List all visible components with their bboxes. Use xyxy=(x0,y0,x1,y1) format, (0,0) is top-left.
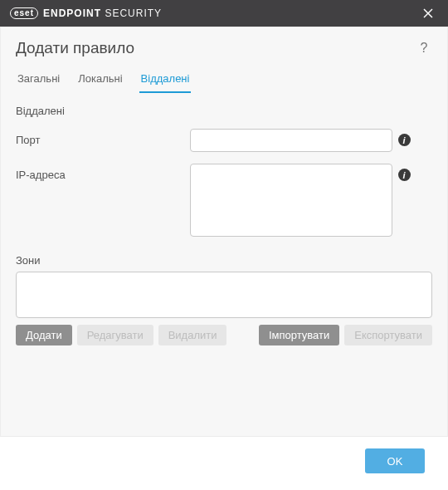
tab-bar: Загальні Локальні Віддалені xyxy=(1,62,447,93)
zones-button-row: Додати Редагувати Видалити Імпортувати Е… xyxy=(1,318,447,359)
port-input[interactable] xyxy=(190,129,392,152)
brand-logo: eset ENDPOINT SECURITY xyxy=(10,7,162,19)
info-icon[interactable]: i xyxy=(398,169,411,181)
close-icon[interactable] xyxy=(416,2,440,25)
brand-text-light: SECURITY xyxy=(105,7,162,19)
dialog-footer: OK xyxy=(0,437,448,490)
brand-mark: eset xyxy=(10,7,38,19)
section-heading: Віддалені xyxy=(16,105,432,117)
remote-section: Віддалені Порт i IP-адреса i xyxy=(1,93,447,254)
ip-input[interactable] xyxy=(190,164,392,237)
add-button[interactable]: Додати xyxy=(16,325,72,345)
page-title: Додати правило xyxy=(16,39,416,57)
delete-button: Видалити xyxy=(158,325,227,345)
tab-local[interactable]: Локальні xyxy=(76,69,124,93)
titlebar: eset ENDPOINT SECURITY xyxy=(0,0,448,27)
import-button[interactable]: Імпортувати xyxy=(259,325,339,345)
port-label: Порт xyxy=(16,129,190,146)
ok-button[interactable]: OK xyxy=(365,448,425,473)
zones-listbox[interactable] xyxy=(16,272,432,318)
zones-label: Зони xyxy=(1,254,447,272)
edit-button: Редагувати xyxy=(77,325,153,345)
brand-text-strong: ENDPOINT xyxy=(43,7,101,19)
tab-general[interactable]: Загальні xyxy=(16,69,61,93)
tab-remote[interactable]: Віддалені xyxy=(139,69,192,93)
window: eset ENDPOINT SECURITY Додати правило ? … xyxy=(0,0,448,490)
info-icon[interactable]: i xyxy=(398,134,411,146)
export-button: Експортувати xyxy=(344,325,432,345)
dialog-panel: Додати правило ? Загальні Локальні Відда… xyxy=(0,27,448,437)
ip-label: IP-адреса xyxy=(16,164,190,181)
help-icon[interactable]: ? xyxy=(416,40,432,56)
